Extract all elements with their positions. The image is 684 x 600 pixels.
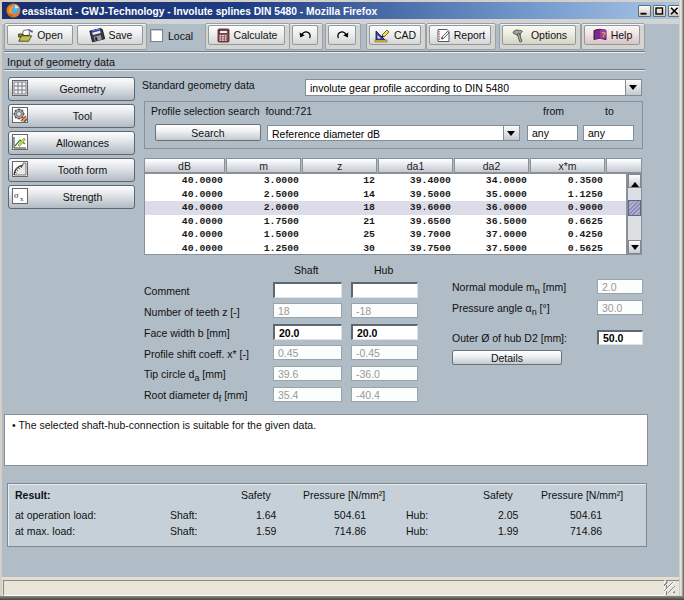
svg-text:?: ? xyxy=(601,30,606,39)
svg-text:x: x xyxy=(20,195,24,203)
svg-text:σ: σ xyxy=(14,190,19,200)
